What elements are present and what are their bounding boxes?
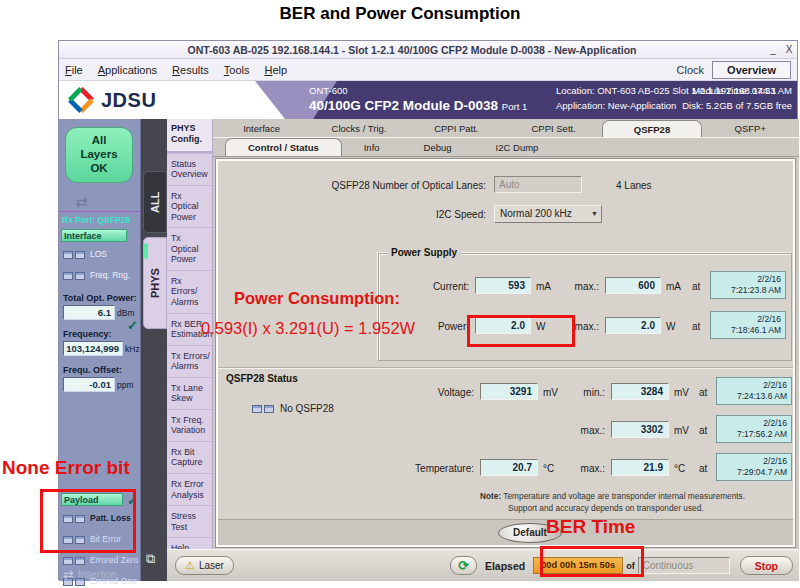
phys-config-header[interactable]: PHYS Config. [167, 119, 212, 153]
menu-applications[interactable]: Applications [98, 64, 157, 76]
close-button[interactable]: X [781, 44, 797, 55]
pages-icon[interactable]: ⧉ [146, 551, 155, 567]
subtab-debug[interactable]: Debug [402, 138, 474, 156]
current-max-value: 600 [605, 277, 661, 294]
current-at-label: at [692, 281, 700, 292]
no-qsfp-led-row: No QSFP28 [252, 399, 334, 417]
voltage-value: 3291 [480, 383, 538, 400]
menu-status-overview[interactable]: Status Overview [167, 153, 212, 185]
freq-rng-led-icon [63, 266, 87, 284]
all-layers-ok-button[interactable]: All Layers OK [65, 127, 133, 183]
brand-header: JDSU ONT-600 40/100G CFP2 Module D-0038 … [59, 81, 797, 119]
annotation-power-consumption-line2: 0.593(I) x 3.291(U) = 1.952W [201, 319, 415, 338]
freq-rng-led-row: Freq. Rng. [63, 266, 141, 284]
menu-tx-errors-alarms[interactable]: Tx Errors/ Alarms [167, 345, 212, 377]
vtab-all[interactable]: ALL [143, 171, 167, 233]
power-supply-group: Power Supply Current: 593 mA max.: 600 m… [378, 253, 792, 361]
menu-tools[interactable]: Tools [224, 64, 250, 76]
annotation-power-consumption-line1: Power Consumption: [234, 289, 400, 308]
menu-file[interactable]: File [65, 64, 83, 76]
freq-rng-label: Freq. Rng. [90, 270, 130, 280]
voltage-max-timestamp: 2/2/16 7:17:56.2 AM [716, 415, 792, 443]
current-max-timestamp: 2/2/16 7:21:23.8 AM [710, 271, 786, 299]
window-titlebar: ONT-603 AB-025 192.168.144.1 - Slot 1-2.… [59, 41, 797, 59]
chevron-down-icon: ▼ [591, 210, 598, 217]
tab-row: Interface Clocks / Trig. CPPI Patt. CPPI… [213, 119, 799, 138]
stop-button[interactable]: Stop [740, 556, 793, 575]
brand-name: JDSU [101, 89, 156, 112]
page-title: BER and Power Consumption [0, 4, 800, 24]
lanes-input[interactable]: Auto [494, 176, 582, 193]
frequency-unit: kHz [125, 344, 140, 354]
warning-icon: ⚠ [185, 559, 195, 572]
menu-tx-freq-variation[interactable]: Tx Freq. Variation [167, 409, 212, 441]
current-unit: mA [536, 281, 551, 292]
laser-button[interactable]: ⚠ Laser [175, 556, 234, 575]
time-disk-block: Module Time: 07:33 AM Disk: 5.2GB of 7.5… [682, 84, 792, 113]
menu-tx-optical-power[interactable]: Tx Optical Power [167, 227, 212, 270]
voltage-min-label: min.: [563, 387, 605, 398]
subtab-info[interactable]: Info [342, 138, 402, 156]
brand-wedge: JDSU [59, 81, 285, 119]
freq-offset-unit: ppm [117, 380, 134, 390]
arrows-icon: ⇄ [75, 193, 88, 211]
note-label: Note: [480, 491, 501, 501]
menu-rx-error-analysis[interactable]: Rx Error Analysis [167, 473, 212, 505]
lanes-label: QSFP28 Number of Optical Lanes: [218, 180, 486, 191]
voltage-max-label: max.: [563, 425, 605, 436]
power-max-value: 2.0 [605, 317, 661, 334]
interface-status-bar[interactable]: Interface [61, 229, 127, 242]
temperature-unit: °C [543, 463, 554, 474]
overview-button[interactable]: Overview [712, 61, 791, 79]
status-bar: ⚠ Laser ⟳ Elapsed 00d 00h 15m 50s of Con… [167, 549, 799, 581]
duration-field[interactable]: Continuous [638, 557, 730, 574]
voltage-min-at-label: at [699, 387, 707, 398]
subtab-control-status[interactable]: Control / Status [225, 138, 342, 156]
window-title: ONT-603 AB-025 192.168.144.1 - Slot 1-2.… [59, 44, 765, 56]
tab-clocks-trig[interactable]: Clocks / Trig. [310, 119, 407, 137]
insertion-button[interactable]: ⇄ Insertion [63, 567, 116, 582]
i2c-speed-select[interactable]: Normal 200 kHz ▼ [494, 205, 602, 223]
panel-footer: Default [218, 519, 793, 545]
annotation-ber-time: BER Time [546, 516, 635, 538]
temperature-max-label: max.: [563, 463, 605, 474]
voltage-max-value: 3302 [611, 421, 669, 438]
module-time: Module Time: 07:33 AM [682, 84, 792, 99]
annotation-elapsed-rect [540, 546, 644, 577]
power-max-unit: W [666, 321, 675, 332]
menu-rx-bit-capture[interactable]: Rx Bit Capture [167, 441, 212, 473]
temperature-max-unit: °C [674, 463, 685, 474]
total-opt-power-label: Total Opt. Power: [63, 293, 141, 303]
voltage-min-timestamp: 2/2/16 7:24:13.6 AM [716, 377, 792, 405]
tab-cppi-patt[interactable]: CPPI Patt. [408, 119, 505, 137]
menu-help[interactable]: Help [167, 537, 212, 549]
menu-bar: File Applications Results Tools Help Clo… [59, 59, 797, 81]
i2c-speed-value: Normal 200 kHz [500, 208, 572, 219]
tab-qsfp28[interactable]: QSFP28 [602, 120, 701, 137]
rx-port-section: Rx Port: QSFP28 Interface ✓ LOS Freq. Rn… [59, 211, 141, 392]
menu-stress-test[interactable]: Stress Test [167, 505, 212, 537]
clock-button[interactable]: Clock [677, 64, 705, 76]
freq-offset-value: -0.01 [63, 377, 115, 392]
current-value: 593 [475, 277, 531, 294]
note-line1: Temperature and voltage are transponder … [503, 491, 745, 501]
refresh-button[interactable]: ⟳ [450, 556, 477, 575]
menu-results[interactable]: Results [172, 64, 209, 76]
layer-tab-strip: ALL PHYS ⧉ [141, 119, 167, 581]
menu-rx-errors-alarms[interactable]: Rx Errors/ Alarms [167, 270, 212, 313]
total-opt-power-unit: dBm [117, 308, 134, 318]
total-opt-power-value: 6.1 [63, 305, 115, 320]
control-status-panel: QSFP28 Number of Optical Lanes: Auto 4 L… [216, 159, 795, 547]
tab-cppi-sett[interactable]: CPPI Sett. [505, 119, 602, 137]
i2c-speed-label: I2C Speed: [218, 209, 486, 220]
freq-offset-label: Frequ. Offset: [63, 365, 141, 375]
no-qsfp-led-icon [252, 399, 276, 417]
menu-rx-optical-power[interactable]: Rx Optical Power [167, 185, 212, 228]
tab-interface[interactable]: Interface [213, 119, 310, 137]
menu-help[interactable]: Help [264, 64, 287, 76]
voltage-min-value: 3284 [611, 383, 669, 400]
tab-qsfp-plus[interactable]: QSFP+ [702, 119, 799, 137]
menu-tx-lane-skew[interactable]: Tx Lane Skew [167, 377, 212, 409]
minimize-button[interactable]: _ [765, 44, 781, 55]
subtab-i2c-dump[interactable]: I2C Dump [474, 138, 561, 156]
